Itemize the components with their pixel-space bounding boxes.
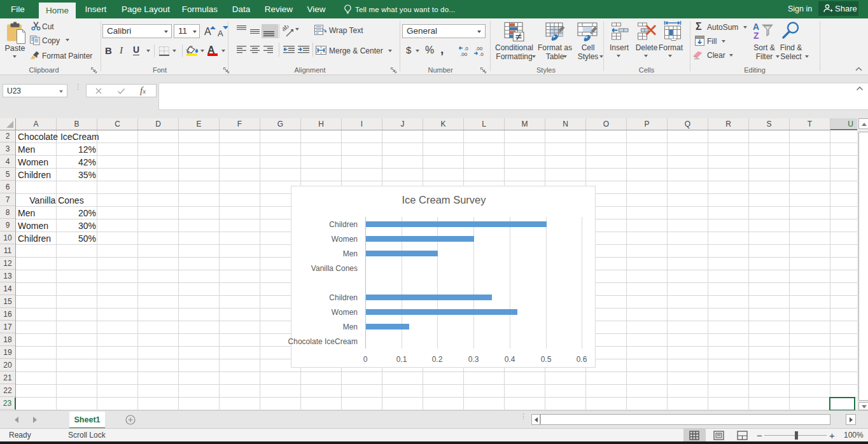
svg-text:Z: Z	[753, 31, 759, 40]
svg-text:.0: .0	[479, 52, 484, 57]
svg-text:.00: .00	[460, 52, 468, 57]
svg-text:ab: ab	[283, 25, 290, 32]
